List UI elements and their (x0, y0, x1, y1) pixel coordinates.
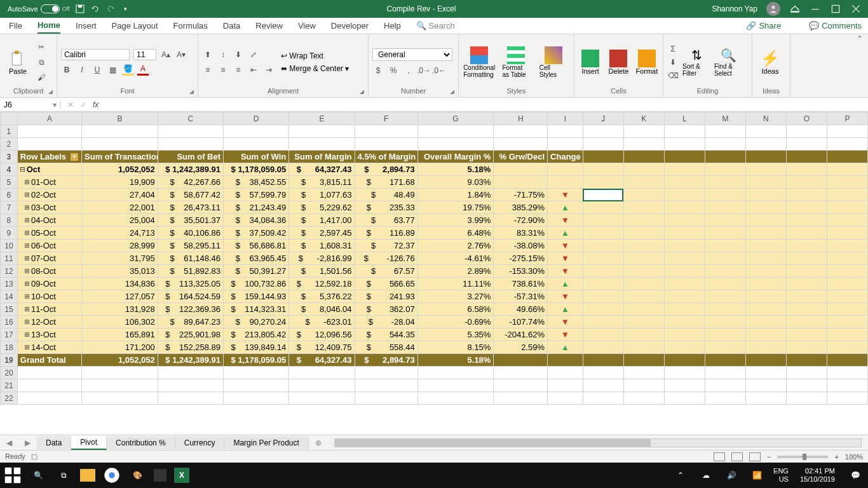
cell[interactable]: $ 21,243.49 (224, 201, 289, 214)
row-header[interactable]: 20 (1, 367, 18, 379)
cell[interactable] (705, 227, 745, 240)
increase-decimal-icon[interactable]: .0→ (418, 65, 430, 76)
italic-icon[interactable]: I (76, 64, 88, 76)
cell[interactable]: ⊞12-Oct (17, 316, 81, 329)
cell[interactable] (664, 201, 705, 214)
cell[interactable] (548, 125, 583, 138)
cell[interactable]: -0.69% (417, 316, 494, 329)
sort-filter-button[interactable]: ⇅Sort & Filter (682, 48, 710, 77)
cell[interactable] (583, 290, 623, 303)
cell[interactable] (664, 214, 705, 227)
row-header[interactable]: 5 (1, 176, 18, 189)
cell[interactable]: $ 113,325.05 (158, 278, 223, 290)
cell[interactable] (664, 163, 705, 176)
row-header[interactable]: 3 (1, 151, 18, 163)
cancel-formula-icon[interactable]: ✕ (67, 100, 74, 109)
col-header[interactable]: N (745, 112, 786, 125)
cell[interactable]: -57.31% (494, 290, 548, 303)
cell[interactable]: Sum of Bet (158, 151, 223, 163)
cell[interactable] (583, 265, 623, 278)
fill-color-icon[interactable]: 🪣 (122, 64, 133, 76)
cell[interactable] (158, 379, 223, 392)
cell[interactable]: ⊞02-Oct (17, 189, 81, 201)
excel-taskbar-icon[interactable]: X (174, 468, 189, 483)
cell[interactable]: ▲ (548, 201, 583, 214)
cell[interactable] (786, 240, 827, 252)
cell[interactable] (705, 367, 745, 379)
cell[interactable] (583, 201, 623, 214)
cell[interactable]: $ 38,452.55 (224, 176, 289, 189)
cell[interactable] (705, 265, 745, 278)
cell[interactable]: $ 558.44 (355, 341, 417, 354)
search-taskbar-icon[interactable]: 🔍 (29, 466, 47, 484)
cell[interactable]: $ 63,965.45 (224, 252, 289, 265)
cell[interactable]: % Grw/Decl (494, 151, 548, 163)
cell[interactable] (583, 240, 623, 252)
minimize-icon[interactable] (810, 3, 821, 15)
cell[interactable]: $ 90,270.24 (224, 316, 289, 329)
cell[interactable]: 5.18% (417, 163, 494, 176)
cell[interactable]: $ 241.93 (355, 290, 417, 303)
cell[interactable] (827, 138, 867, 151)
cell[interactable] (745, 189, 786, 201)
cell[interactable] (827, 329, 867, 341)
cell[interactable] (786, 252, 827, 265)
cell[interactable] (705, 201, 745, 214)
cell[interactable]: 83.31% (494, 227, 548, 240)
cell[interactable]: ⊟Oct (17, 163, 81, 176)
cell[interactable]: $ 63.77 (355, 214, 417, 227)
col-header[interactable]: H (494, 112, 548, 125)
cell[interactable] (745, 341, 786, 354)
cell[interactable] (745, 392, 786, 405)
cell[interactable]: Change (548, 151, 583, 163)
borders-icon[interactable]: ▦ (107, 64, 118, 76)
sheet-nav-next-icon[interactable]: ▶ (18, 438, 37, 447)
cell[interactable] (583, 227, 623, 240)
cell[interactable]: 1,052,052 (82, 163, 158, 176)
cell[interactable] (548, 354, 583, 367)
cell[interactable] (786, 278, 827, 290)
cell[interactable] (224, 367, 289, 379)
cell[interactable] (827, 214, 867, 227)
cell[interactable]: ▼ (548, 214, 583, 227)
cell[interactable] (623, 227, 664, 240)
cell[interactable]: 6.58% (417, 303, 494, 316)
cell[interactable] (623, 316, 664, 329)
cell[interactable]: Row Labels ▾ (17, 151, 81, 163)
cell[interactable] (623, 278, 664, 290)
cell[interactable] (664, 303, 705, 316)
col-header[interactable]: D (224, 112, 289, 125)
align-center-icon[interactable]: ≡ (217, 64, 229, 76)
row-header[interactable]: 12 (1, 265, 18, 278)
cell[interactable]: $ 544.35 (355, 329, 417, 341)
cell[interactable] (664, 290, 705, 303)
cell[interactable] (289, 379, 355, 392)
cell[interactable] (664, 379, 705, 392)
cell[interactable] (17, 367, 81, 379)
cell[interactable] (827, 227, 867, 240)
row-header[interactable]: 15 (1, 303, 18, 316)
zoom-in-icon[interactable]: + (834, 453, 838, 461)
cell[interactable] (17, 125, 81, 138)
cell[interactable] (786, 214, 827, 227)
cell[interactable]: $ 152,258.89 (158, 341, 223, 354)
cell[interactable]: 19,909 (82, 176, 158, 189)
cell[interactable] (623, 125, 664, 138)
cell[interactable]: $ 34,084.36 (224, 214, 289, 227)
cell[interactable] (417, 379, 494, 392)
cell[interactable] (705, 252, 745, 265)
cell[interactable] (494, 354, 548, 367)
cell[interactable] (664, 329, 705, 341)
col-header[interactable]: E (289, 112, 355, 125)
cell[interactable]: ▼ (548, 252, 583, 265)
cell[interactable] (583, 278, 623, 290)
cell[interactable] (827, 379, 867, 392)
row-header[interactable]: 11 (1, 252, 18, 265)
search-box[interactable]: 🔍 Search (416, 18, 455, 33)
user-name[interactable]: Shannon Yap (712, 4, 757, 13)
cell[interactable] (786, 138, 827, 151)
launcher-icon[interactable]: ◢ (48, 88, 53, 95)
increase-indent-icon[interactable]: ⇥ (263, 64, 275, 76)
cell[interactable]: 165,891 (82, 329, 158, 341)
col-header[interactable]: G (417, 112, 494, 125)
